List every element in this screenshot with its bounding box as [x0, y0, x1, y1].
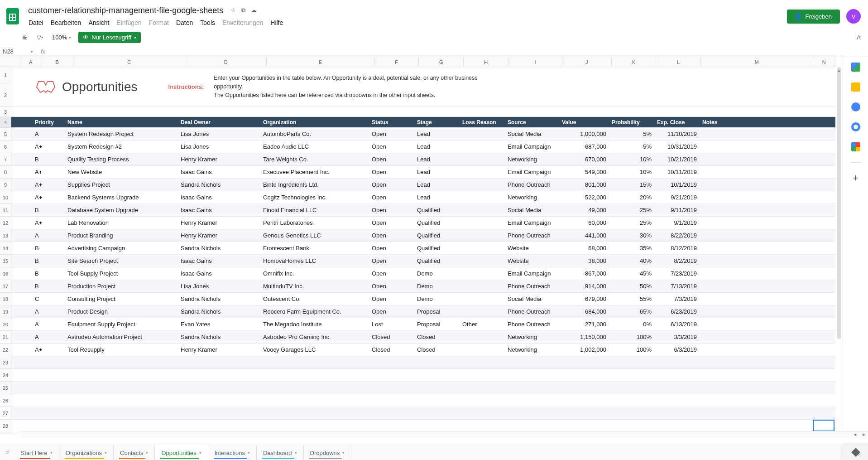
collapse-toolbar-icon[interactable]: ᐱ — [857, 34, 861, 41]
empty-row[interactable] — [11, 407, 835, 420]
row-header-26[interactable]: 26 — [0, 394, 11, 407]
row-header-23[interactable]: 23 — [0, 356, 11, 369]
sheet-tab-opportunities[interactable]: Opportunities▾ — [155, 444, 208, 460]
row-header-1[interactable]: 1 — [0, 67, 11, 83]
scrollbar-thumb[interactable] — [837, 67, 841, 339]
row-header-18[interactable]: 18 — [0, 293, 11, 305]
side-panel-toggle-icon[interactable]: › — [858, 450, 860, 457]
table-header-stage[interactable]: Stage — [414, 117, 460, 127]
table-row[interactable]: B Quality Testing Process Henry Kramer T… — [11, 153, 835, 166]
chevron-down-icon[interactable]: ▾ — [248, 450, 250, 455]
table-row[interactable]: A Product Design Sandra Nichols Roocero … — [11, 305, 835, 318]
keep-icon[interactable] — [851, 82, 860, 92]
row-header-3[interactable]: 3 — [0, 107, 11, 117]
all-sheets-icon[interactable]: ≡ — [5, 449, 9, 455]
zoom-dropdown[interactable]: 100%▾ — [50, 33, 73, 42]
cloud-icon[interactable]: ☁ — [251, 7, 257, 14]
sheet-tab-contacts[interactable]: Contacts▾ — [114, 444, 155, 460]
move-icon[interactable]: ⧉ — [241, 7, 245, 14]
column-header-F[interactable]: F — [374, 57, 419, 67]
row-header-5[interactable]: 5 — [0, 128, 11, 140]
table-row[interactable]: A Astrodeo Automation Project Sandra Nic… — [11, 331, 835, 344]
table-header-notes[interactable]: Notes — [700, 117, 813, 127]
column-header-N[interactable]: N — [813, 57, 835, 67]
column-header-M[interactable]: M — [701, 57, 813, 67]
empty-row[interactable] — [11, 394, 835, 407]
table-row[interactable]: A+ Tool Resupply Henry Kramer Voocy Gara… — [11, 344, 835, 356]
column-header-L[interactable]: L — [656, 57, 701, 67]
menu-tools[interactable]: Tools — [197, 17, 218, 28]
table-row[interactable]: B Production Project Lisa Jones Multindu… — [11, 280, 835, 293]
row-header-13[interactable]: 13 — [0, 229, 11, 242]
sheet-tab-organizations[interactable]: Organizations▾ — [59, 444, 114, 460]
menu-bearbeiten[interactable]: Bearbeiten — [48, 17, 85, 28]
explore-button[interactable] — [843, 444, 868, 460]
table-header-deal-owner[interactable]: Deal Owner — [178, 117, 260, 127]
table-row[interactable]: A System Redesign Project Lisa Jones Aut… — [11, 128, 835, 140]
column-header-H[interactable]: H — [464, 57, 508, 67]
table-header-value[interactable]: Value — [559, 117, 609, 127]
table-row[interactable]: A+ Backend Systems Upgrade Isaac Gains C… — [11, 191, 835, 204]
row-header-28[interactable]: 28 — [0, 420, 11, 432]
row-header-21[interactable]: 21 — [0, 331, 11, 344]
row-header-19[interactable]: 19 — [0, 305, 11, 318]
formula-input[interactable] — [50, 47, 868, 56]
row-header-20[interactable]: 20 — [0, 318, 11, 331]
row-header-27[interactable]: 27 — [0, 407, 11, 420]
row-header-12[interactable]: 12 — [0, 217, 11, 229]
table-header-organization[interactable]: Organization — [260, 117, 369, 127]
contacts-icon[interactable] — [851, 122, 860, 131]
sheets-logo[interactable] — [4, 7, 22, 25]
name-box[interactable]: N28 ▾ — [0, 47, 36, 56]
maps-icon[interactable] — [851, 142, 860, 151]
readonly-mode-button[interactable]: 👁 Nur Lesezugriff ▾ — [78, 32, 141, 43]
table-row[interactable]: A Product Branding Henry Kramer Genous G… — [11, 229, 835, 242]
table-header-name[interactable]: Name — [65, 117, 178, 127]
row-header-2[interactable]: 2 — [0, 83, 11, 107]
chevron-down-icon[interactable]: ▾ — [342, 450, 345, 455]
document-title[interactable]: customer-relationship-management-file-go… — [25, 5, 226, 16]
menu-datei[interactable]: Datei — [25, 17, 47, 28]
table-header-exp-close[interactable]: Exp. Close — [654, 117, 700, 127]
share-button[interactable]: 👤 Freigeben — [787, 10, 840, 24]
chevron-down-icon[interactable]: ▾ — [295, 450, 297, 455]
scroll-up-icon[interactable]: ▲ — [835, 67, 843, 74]
add-addon-icon[interactable]: + — [851, 174, 860, 183]
row-header-6[interactable]: 6 — [0, 140, 11, 153]
row-header-24[interactable]: 24 — [0, 369, 11, 382]
table-row[interactable]: A+ System Redesign #2 Lisa Jones Eadeo A… — [11, 140, 835, 153]
row-header-17[interactable]: 17 — [0, 280, 11, 293]
table-header-status[interactable]: Status — [369, 117, 414, 127]
sheet-tab-dashboard[interactable]: Dashboard▾ — [257, 444, 304, 460]
row-header-4[interactable]: 4 — [0, 117, 11, 128]
table-row[interactable]: A+ New Website Isaac Gains Execuvee Plac… — [11, 166, 835, 179]
chevron-down-icon[interactable]: ▾ — [146, 450, 148, 455]
empty-row[interactable] — [11, 382, 835, 394]
calendar-icon[interactable] — [851, 63, 860, 72]
table-header-priority[interactable]: Priority — [32, 117, 65, 127]
table-row[interactable]: B Database System Upgrade Isaac Gains Fi… — [11, 204, 835, 217]
hscroll-right-icon[interactable]: ► — [860, 432, 868, 437]
empty-row[interactable] — [11, 356, 835, 369]
row-header-10[interactable]: 10 — [0, 191, 11, 204]
table-header-probability[interactable]: Probability — [609, 117, 654, 127]
column-header-A[interactable]: A — [20, 57, 41, 67]
sheet-tab-start-here[interactable]: Start Here▾ — [14, 444, 59, 460]
chevron-down-icon[interactable]: ▾ — [105, 450, 107, 455]
table-row[interactable]: B Advertising Campaign Sandra Nichols Fr… — [11, 242, 835, 255]
vertical-scrollbar[interactable]: ▲ ▼ — [835, 67, 843, 437]
row-header-25[interactable]: 25 — [0, 382, 11, 394]
table-row[interactable]: A+ Supplies Project Sandra Nichols Binte… — [11, 179, 835, 191]
row-header-15[interactable]: 15 — [0, 255, 11, 267]
column-header-K[interactable]: K — [612, 57, 657, 67]
table-header-source[interactable]: Source — [505, 117, 559, 127]
row-header-9[interactable]: 9 — [0, 179, 11, 191]
column-header-G[interactable]: G — [419, 57, 464, 67]
menu-daten[interactable]: Daten — [173, 17, 196, 28]
row-header-14[interactable]: 14 — [0, 242, 11, 255]
table-row[interactable]: B Site Search Project Isaac Gains Homova… — [11, 255, 835, 267]
star-icon[interactable]: ☆ — [230, 7, 236, 14]
hscroll-left-icon[interactable]: ◄ — [851, 432, 859, 437]
column-header-E[interactable]: E — [267, 57, 374, 67]
select-all-corner[interactable] — [0, 57, 20, 67]
